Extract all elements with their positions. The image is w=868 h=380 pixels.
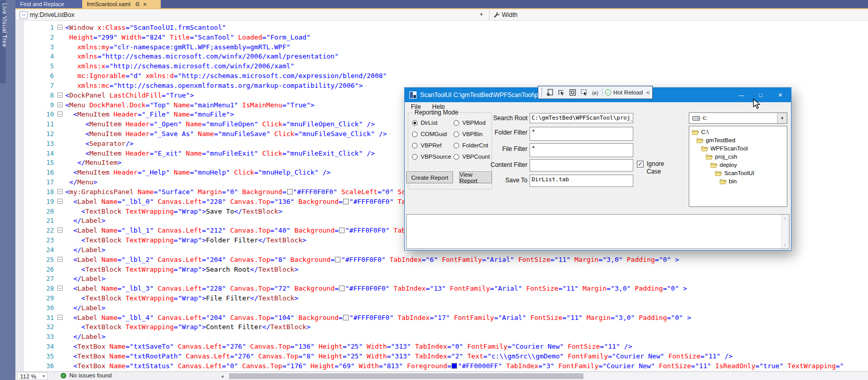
folder-item[interactable]: proj_csh bbox=[706, 153, 737, 161]
issues-indicator[interactable]: ✓ No issues found bbox=[61, 372, 111, 378]
fold-collapse-icon[interactable]: – bbox=[58, 111, 63, 117]
fold-collapse-icon[interactable]: – bbox=[58, 315, 63, 320]
radio-dirlist[interactable]: DirList bbox=[412, 120, 438, 126]
directory-list[interactable]: C:\gmTestBedWPFScanToolproj_cshdeploySca… bbox=[689, 126, 787, 207]
field-input-4[interactable]: DirList.tab bbox=[530, 175, 633, 187]
create-report-button[interactable]: Create Report bbox=[406, 172, 453, 183]
toolbar-grip[interactable] bbox=[541, 88, 543, 97]
open-folder-icon bbox=[706, 154, 713, 160]
open-folder-icon bbox=[696, 138, 704, 143]
folder-item[interactable]: ScanToolUI bbox=[715, 169, 754, 177]
radio-vbpcount[interactable]: VBPCount bbox=[454, 154, 490, 160]
code-line-6[interactable]: 6 mc:Ignorable="d" xmlns:d="http://schem… bbox=[15, 71, 868, 81]
fold-collapse-icon[interactable]: – bbox=[58, 286, 63, 291]
field-label-0: Search Root bbox=[477, 115, 527, 122]
editor-header-bar: ‹› my:DriveListBox ▾ Width bbox=[15, 9, 868, 21]
scroll-left-arrow-icon[interactable]: ◂ bbox=[221, 373, 223, 379]
code-line-5[interactable]: 5 xmlns:x="http://schemas.microsoft.com/… bbox=[15, 61, 868, 71]
fold-collapse-icon[interactable]: – bbox=[58, 92, 63, 98]
open-folder-icon bbox=[701, 146, 708, 151]
divider bbox=[489, 9, 489, 21]
minimize-button[interactable]: — bbox=[731, 88, 751, 102]
code-line-25[interactable]: 25– <Label Name="_lbl_2" Canvas.Left="20… bbox=[15, 255, 868, 264]
side-tab-label: Live Visual Tree bbox=[2, 3, 8, 47]
zoom-level-select[interactable]: 112 % ▾ bbox=[17, 372, 48, 380]
scroll-down-icon[interactable]: ∨ bbox=[783, 242, 787, 248]
drive-icon bbox=[692, 116, 700, 121]
code-line-31[interactable]: 31– <Label Name="_lbl_4" Canvas.Left="20… bbox=[15, 313, 868, 322]
code-line-27[interactable]: 27 </Label> bbox=[15, 274, 868, 283]
fold-collapse-icon[interactable]: – bbox=[58, 189, 63, 194]
tab-find-and-replace[interactable]: Find and Replace bbox=[15, 0, 82, 8]
folder-item[interactable]: gmTestBed bbox=[696, 136, 735, 144]
open-folder-icon bbox=[715, 170, 722, 176]
field-input-0[interactable]: C:\gmTestBed\WPFScanTool\proj_csh\deploy… bbox=[530, 113, 633, 123]
drive-combobox[interactable]: c: ▾ bbox=[689, 112, 787, 124]
code-line-32[interactable]: 32 <TextBlock TextWrapping="Wrap">Conten… bbox=[15, 322, 868, 332]
app-menu-bar: File Help bbox=[405, 102, 791, 111]
drive-combo-dropdown-icon[interactable]: ▾ bbox=[777, 113, 787, 123]
mouse-cursor bbox=[753, 99, 762, 110]
radio-comguid[interactable]: COMGuid bbox=[412, 131, 447, 137]
close-tab-icon[interactable]: ✕ bbox=[143, 2, 147, 7]
display-adorners-icon[interactable] bbox=[568, 88, 577, 97]
open-folder-icon bbox=[720, 179, 727, 184]
hot-reload-check-icon: ✓ bbox=[605, 89, 611, 96]
code-line-35[interactable]: 35 <TextBox Name="txtRootPath" Canvas.Le… bbox=[15, 351, 868, 361]
ignore-case-checkbox[interactable]: ✓ Ignore Case bbox=[637, 160, 668, 174]
horizontal-scrollbar[interactable]: ◂ bbox=[221, 372, 868, 380]
zoom-dropdown-icon: ▾ bbox=[43, 374, 45, 378]
status-textbox[interactable]: ∧ ∨ bbox=[406, 214, 789, 249]
field-input-2[interactable]: * bbox=[530, 143, 633, 157]
hot-reload-button[interactable]: ✓ Hot Reload bbox=[605, 89, 643, 96]
fold-collapse-icon[interactable]: – bbox=[58, 102, 63, 107]
folder-item[interactable]: WPFScanTool bbox=[701, 144, 748, 153]
toolbar-collapse-icon[interactable]: < bbox=[647, 89, 650, 96]
track-focused-element-icon[interactable] bbox=[579, 88, 588, 97]
fold-collapse-icon[interactable]: – bbox=[58, 257, 63, 262]
code-line-4[interactable]: 4 xmlns="http://schemas.microsoft.com/wi… bbox=[15, 51, 868, 61]
fold-collapse-icon[interactable]: – bbox=[58, 199, 63, 204]
tab-frmscantool-xaml[interactable]: frmScantool.xaml ✕ bbox=[82, 0, 161, 8]
wrench-icon bbox=[493, 11, 500, 18]
pin-icon[interactable] bbox=[135, 2, 140, 7]
close-button[interactable]: ✕ bbox=[770, 88, 790, 102]
xml-tag-icon: ‹› bbox=[20, 11, 28, 19]
xaml-binding-failures-icon[interactable]: (ø) bbox=[591, 88, 599, 97]
horizontal-scrollbar-thumb[interactable] bbox=[229, 373, 583, 379]
code-line-2[interactable]: 2 Height="299" Width="824" Title="ScanTo… bbox=[15, 32, 868, 42]
live-visual-tree-side-tab[interactable]: Live Visual Tree bbox=[0, 0, 15, 380]
field-label-2: File Filter bbox=[477, 145, 527, 153]
code-line-34[interactable]: 34 <TextBox Name="txtSaveTo" Canvas.Left… bbox=[15, 341, 868, 351]
breadcrumb-dropdown-icon[interactable]: ▾ bbox=[480, 12, 483, 17]
select-element-icon[interactable] bbox=[557, 88, 565, 97]
scroll-up-icon[interactable]: ∧ bbox=[783, 216, 787, 221]
no-issues-icon: ✓ bbox=[61, 373, 66, 378]
code-line-1[interactable]: 1–<Window x:Class="ScanToolUI.frmScantoo… bbox=[15, 23, 868, 32]
drive-combo-value: c: bbox=[703, 115, 707, 121]
code-line-28[interactable]: 28– <Label Name="_lbl_3" Canvas.Left="22… bbox=[15, 283, 868, 293]
folder-item[interactable]: deploy bbox=[710, 161, 737, 169]
radio-vbpref[interactable]: VBPRef bbox=[412, 142, 442, 148]
code-line-36[interactable]: 36 <TextBox Name="txtStatus" Canvas.Left… bbox=[15, 361, 868, 371]
radio-vbpsource[interactable]: VBPSource bbox=[412, 154, 451, 160]
fold-collapse-icon[interactable]: – bbox=[58, 25, 63, 30]
code-line-26[interactable]: 26 <TextBlock TextWrapping="Wrap">Search… bbox=[15, 264, 868, 274]
code-line-29[interactable]: 29 <TextBlock TextWrapping="Wrap">File F… bbox=[15, 293, 868, 303]
fold-collapse-icon[interactable]: – bbox=[58, 227, 63, 233]
open-folder-icon bbox=[692, 129, 699, 135]
vertical-scrollbar[interactable]: ∧ ∨ bbox=[781, 215, 789, 249]
go-to-live-visual-tree-icon[interactable] bbox=[545, 88, 554, 97]
document-tab-strip: Find and Replace frmScantool.xaml ✕ bbox=[15, 0, 868, 8]
folder-item[interactable]: C:\ bbox=[692, 128, 709, 136]
field-input-3[interactable] bbox=[530, 159, 633, 172]
field-input-1[interactable]: * bbox=[530, 127, 633, 141]
checkbox-check-icon[interactable]: ✓ bbox=[637, 161, 644, 167]
width-toolbar-label[interactable]: Width bbox=[502, 11, 518, 18]
groupbox-legend: Reporting Mode bbox=[412, 109, 460, 116]
code-line-30[interactable]: 30 </Label> bbox=[15, 303, 868, 313]
breadcrumb[interactable]: my:DriveListBox bbox=[30, 11, 74, 18]
code-line-33[interactable]: 33 </Label> bbox=[15, 332, 868, 341]
code-line-3[interactable]: 3 xmlns:my="clr-namespace:gmRTL.WPF;asse… bbox=[15, 42, 868, 52]
folder-item[interactable]: bin bbox=[720, 177, 737, 185]
